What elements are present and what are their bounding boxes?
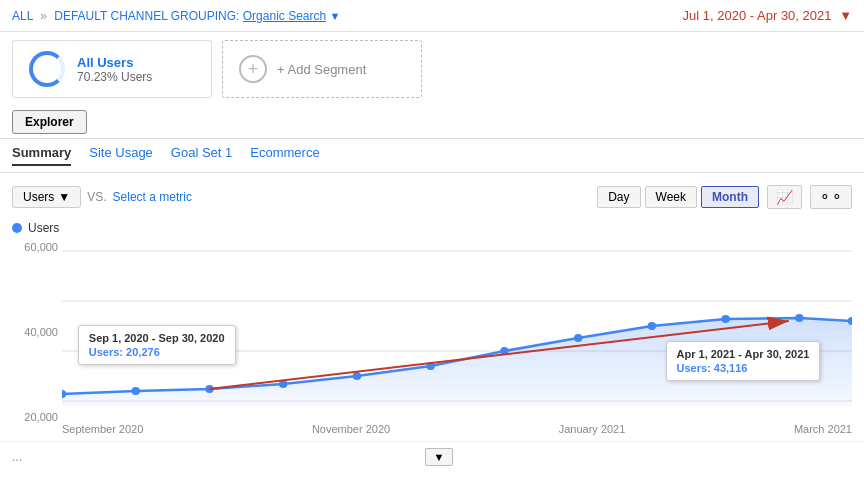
breadcrumb-sep: » <box>40 9 47 23</box>
segment-name: All Users <box>77 55 152 70</box>
line-chart-button[interactable]: 📈 <box>767 185 802 209</box>
breadcrumb: ALL » DEFAULT CHANNEL GROUPING: Organic … <box>12 9 340 23</box>
month-button[interactable]: Month <box>701 186 759 208</box>
segment-donut-icon <box>29 51 65 87</box>
metric-selector: Users ▼ VS. Select a metric <box>12 186 192 208</box>
y-label-60k: 60,000 <box>12 241 62 253</box>
chart-area: Users 60,000 40,000 20,000 <box>0 217 864 441</box>
tab-ecommerce[interactable]: Ecommerce <box>250 145 319 166</box>
all-users-segment: All Users 70.23% Users <box>12 40 212 98</box>
add-segment-label: + Add Segment <box>277 62 366 77</box>
select-metric[interactable]: Select a metric <box>113 190 192 204</box>
explorer-button[interactable]: Explorer <box>12 110 87 134</box>
svg-point-9 <box>353 372 361 380</box>
svg-point-6 <box>132 387 140 395</box>
x-label-nov: November 2020 <box>312 423 390 435</box>
date-range[interactable]: Jul 1, 2020 - Apr 30, 2021 ▼ <box>683 8 852 23</box>
channel-dropdown-arrow[interactable]: ▼ <box>330 10 341 22</box>
day-button[interactable]: Day <box>597 186 640 208</box>
breadcrumb-channel-label: DEFAULT CHANNEL GROUPING: <box>54 9 239 23</box>
y-label-20k: 20,000 <box>12 411 62 423</box>
scroll-down-button[interactable]: ▼ <box>425 448 454 466</box>
y-label-40k: 40,000 <box>12 326 62 338</box>
tab-summary[interactable]: Summary <box>12 145 71 166</box>
segment-info: All Users 70.23% Users <box>77 55 152 84</box>
x-label-sep: September 2020 <box>62 423 143 435</box>
x-label-jan: January 2021 <box>559 423 626 435</box>
date-range-arrow: ▼ <box>839 8 852 23</box>
top-bar: ALL » DEFAULT CHANNEL GROUPING: Organic … <box>0 0 864 32</box>
sub-tabs: Summary Site Usage Goal Set 1 Ecommerce <box>0 139 864 173</box>
week-button[interactable]: Week <box>645 186 697 208</box>
legend-label: Users <box>28 221 59 235</box>
svg-point-12 <box>574 334 582 342</box>
tab-site-usage[interactable]: Site Usage <box>89 145 153 166</box>
add-circle-icon: + <box>239 55 267 83</box>
x-label-mar: March 2021 <box>794 423 852 435</box>
time-controls: Day Week Month 📈 ⚬⚬ <box>597 185 852 209</box>
breadcrumb-all[interactable]: ALL <box>12 9 33 23</box>
add-segment-card[interactable]: + + Add Segment <box>222 40 422 98</box>
users-metric-button[interactable]: Users ▼ <box>12 186 81 208</box>
x-labels: September 2020 November 2020 January 202… <box>62 421 852 437</box>
chart-legend: Users <box>12 221 852 235</box>
explorer-tab-bar: Explorer <box>0 106 864 139</box>
bottom-bar: ... ▼ <box>0 441 864 472</box>
date-range-label: Jul 1, 2020 - Apr 30, 2021 <box>683 8 832 23</box>
segments-area: All Users 70.23% Users + + Add Segment <box>0 32 864 106</box>
vs-label: VS. <box>87 190 106 204</box>
metric-dropdown-arrow: ▼ <box>58 190 70 204</box>
svg-point-13 <box>648 322 656 330</box>
chart-svg <box>62 241 852 421</box>
tab-goal-set-1[interactable]: Goal Set 1 <box>171 145 232 166</box>
svg-point-14 <box>721 315 729 323</box>
channel-grouping-value[interactable]: Organic Search <box>243 9 326 23</box>
svg-point-15 <box>795 314 803 322</box>
metric-label: Users <box>23 190 54 204</box>
pagination-ellipsis: ... <box>12 450 22 464</box>
svg-marker-4 <box>62 318 852 406</box>
scatter-chart-button[interactable]: ⚬⚬ <box>810 185 852 209</box>
legend-dot-icon <box>12 223 22 233</box>
segment-percent: 70.23% Users <box>77 70 152 84</box>
chart-controls: Users ▼ VS. Select a metric Day Week Mon… <box>0 177 864 217</box>
